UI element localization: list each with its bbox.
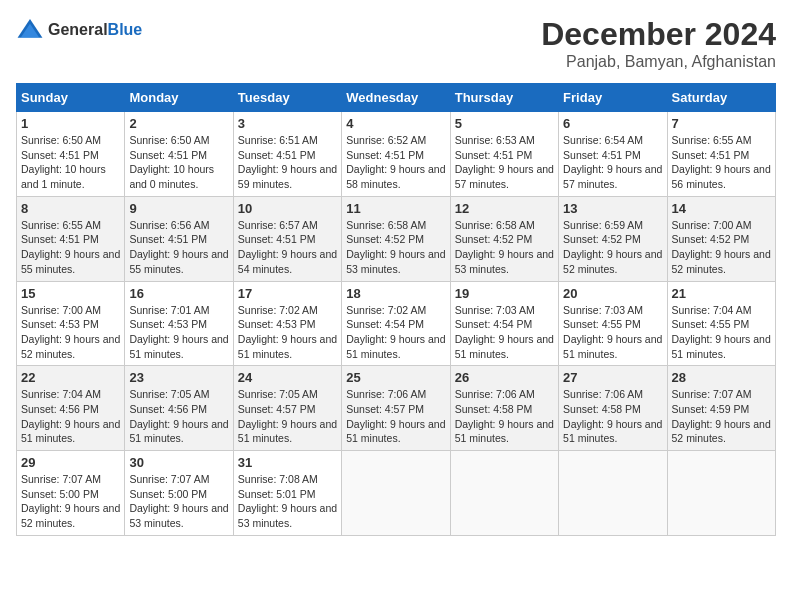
calendar-cell: 30Sunrise: 7:07 AMSunset: 5:00 PMDayligh…	[125, 451, 233, 536]
calendar-cell: 18Sunrise: 7:02 AMSunset: 4:54 PMDayligh…	[342, 281, 450, 366]
day-number: 31	[238, 455, 337, 470]
calendar-week-row: 1Sunrise: 6:50 AMSunset: 4:51 PMDaylight…	[17, 112, 776, 197]
day-info: Sunrise: 6:58 AMSunset: 4:52 PMDaylight:…	[346, 218, 445, 277]
calendar-cell: 12Sunrise: 6:58 AMSunset: 4:52 PMDayligh…	[450, 196, 558, 281]
day-number: 27	[563, 370, 662, 385]
calendar-cell: 5Sunrise: 6:53 AMSunset: 4:51 PMDaylight…	[450, 112, 558, 197]
day-number: 9	[129, 201, 228, 216]
col-header-sunday: Sunday	[17, 84, 125, 112]
day-info: Sunrise: 7:02 AMSunset: 4:54 PMDaylight:…	[346, 303, 445, 362]
calendar-cell: 24Sunrise: 7:05 AMSunset: 4:57 PMDayligh…	[233, 366, 341, 451]
day-info: Sunrise: 7:00 AMSunset: 4:53 PMDaylight:…	[21, 303, 120, 362]
logo: GeneralBlue	[16, 16, 142, 44]
calendar-cell: 27Sunrise: 7:06 AMSunset: 4:58 PMDayligh…	[559, 366, 667, 451]
calendar-cell: 4Sunrise: 6:52 AMSunset: 4:51 PMDaylight…	[342, 112, 450, 197]
col-header-thursday: Thursday	[450, 84, 558, 112]
day-number: 11	[346, 201, 445, 216]
calendar-cell: 28Sunrise: 7:07 AMSunset: 4:59 PMDayligh…	[667, 366, 775, 451]
calendar-week-row: 22Sunrise: 7:04 AMSunset: 4:56 PMDayligh…	[17, 366, 776, 451]
day-number: 21	[672, 286, 771, 301]
calendar-cell: 31Sunrise: 7:08 AMSunset: 5:01 PMDayligh…	[233, 451, 341, 536]
calendar-week-row: 29Sunrise: 7:07 AMSunset: 5:00 PMDayligh…	[17, 451, 776, 536]
calendar-header-row: SundayMondayTuesdayWednesdayThursdayFrid…	[17, 84, 776, 112]
day-number: 5	[455, 116, 554, 131]
day-number: 2	[129, 116, 228, 131]
calendar-cell: 29Sunrise: 7:07 AMSunset: 5:00 PMDayligh…	[17, 451, 125, 536]
day-number: 10	[238, 201, 337, 216]
day-info: Sunrise: 6:50 AMSunset: 4:51 PMDaylight:…	[129, 133, 228, 192]
day-info: Sunrise: 7:04 AMSunset: 4:56 PMDaylight:…	[21, 387, 120, 446]
day-info: Sunrise: 7:02 AMSunset: 4:53 PMDaylight:…	[238, 303, 337, 362]
calendar-cell: 9Sunrise: 6:56 AMSunset: 4:51 PMDaylight…	[125, 196, 233, 281]
calendar-cell: 26Sunrise: 7:06 AMSunset: 4:58 PMDayligh…	[450, 366, 558, 451]
day-number: 14	[672, 201, 771, 216]
calendar-cell: 7Sunrise: 6:55 AMSunset: 4:51 PMDaylight…	[667, 112, 775, 197]
calendar-cell: 1Sunrise: 6:50 AMSunset: 4:51 PMDaylight…	[17, 112, 125, 197]
calendar-cell: 22Sunrise: 7:04 AMSunset: 4:56 PMDayligh…	[17, 366, 125, 451]
calendar-cell: 21Sunrise: 7:04 AMSunset: 4:55 PMDayligh…	[667, 281, 775, 366]
day-number: 26	[455, 370, 554, 385]
day-number: 1	[21, 116, 120, 131]
day-info: Sunrise: 7:05 AMSunset: 4:57 PMDaylight:…	[238, 387, 337, 446]
day-number: 19	[455, 286, 554, 301]
day-number: 30	[129, 455, 228, 470]
day-info: Sunrise: 6:53 AMSunset: 4:51 PMDaylight:…	[455, 133, 554, 192]
day-info: Sunrise: 6:50 AMSunset: 4:51 PMDaylight:…	[21, 133, 120, 192]
day-info: Sunrise: 6:56 AMSunset: 4:51 PMDaylight:…	[129, 218, 228, 277]
day-number: 17	[238, 286, 337, 301]
day-number: 25	[346, 370, 445, 385]
day-info: Sunrise: 7:07 AMSunset: 4:59 PMDaylight:…	[672, 387, 771, 446]
day-info: Sunrise: 7:07 AMSunset: 5:00 PMDaylight:…	[129, 472, 228, 531]
title-section: December 2024 Panjab, Bamyan, Afghanista…	[541, 16, 776, 71]
day-info: Sunrise: 7:01 AMSunset: 4:53 PMDaylight:…	[129, 303, 228, 362]
day-info: Sunrise: 6:58 AMSunset: 4:52 PMDaylight:…	[455, 218, 554, 277]
day-info: Sunrise: 6:51 AMSunset: 4:51 PMDaylight:…	[238, 133, 337, 192]
day-number: 6	[563, 116, 662, 131]
day-number: 12	[455, 201, 554, 216]
day-number: 22	[21, 370, 120, 385]
page-header: GeneralBlue December 2024 Panjab, Bamyan…	[16, 16, 776, 71]
day-info: Sunrise: 6:57 AMSunset: 4:51 PMDaylight:…	[238, 218, 337, 277]
calendar-cell	[667, 451, 775, 536]
col-header-tuesday: Tuesday	[233, 84, 341, 112]
calendar-cell	[342, 451, 450, 536]
day-number: 20	[563, 286, 662, 301]
calendar-cell: 20Sunrise: 7:03 AMSunset: 4:55 PMDayligh…	[559, 281, 667, 366]
calendar-cell: 14Sunrise: 7:00 AMSunset: 4:52 PMDayligh…	[667, 196, 775, 281]
day-info: Sunrise: 7:06 AMSunset: 4:57 PMDaylight:…	[346, 387, 445, 446]
day-number: 4	[346, 116, 445, 131]
col-header-wednesday: Wednesday	[342, 84, 450, 112]
day-info: Sunrise: 7:07 AMSunset: 5:00 PMDaylight:…	[21, 472, 120, 531]
day-number: 29	[21, 455, 120, 470]
day-info: Sunrise: 7:03 AMSunset: 4:54 PMDaylight:…	[455, 303, 554, 362]
day-info: Sunrise: 7:06 AMSunset: 4:58 PMDaylight:…	[563, 387, 662, 446]
calendar-cell: 15Sunrise: 7:00 AMSunset: 4:53 PMDayligh…	[17, 281, 125, 366]
day-info: Sunrise: 7:04 AMSunset: 4:55 PMDaylight:…	[672, 303, 771, 362]
day-number: 23	[129, 370, 228, 385]
day-info: Sunrise: 7:03 AMSunset: 4:55 PMDaylight:…	[563, 303, 662, 362]
day-number: 7	[672, 116, 771, 131]
calendar-body: 1Sunrise: 6:50 AMSunset: 4:51 PMDaylight…	[17, 112, 776, 536]
day-info: Sunrise: 6:55 AMSunset: 4:51 PMDaylight:…	[21, 218, 120, 277]
calendar-week-row: 8Sunrise: 6:55 AMSunset: 4:51 PMDaylight…	[17, 196, 776, 281]
calendar-cell: 19Sunrise: 7:03 AMSunset: 4:54 PMDayligh…	[450, 281, 558, 366]
day-number: 16	[129, 286, 228, 301]
logo-icon	[16, 16, 44, 44]
calendar-cell: 13Sunrise: 6:59 AMSunset: 4:52 PMDayligh…	[559, 196, 667, 281]
day-number: 3	[238, 116, 337, 131]
day-number: 28	[672, 370, 771, 385]
calendar-cell: 2Sunrise: 6:50 AMSunset: 4:51 PMDaylight…	[125, 112, 233, 197]
calendar-cell: 10Sunrise: 6:57 AMSunset: 4:51 PMDayligh…	[233, 196, 341, 281]
day-info: Sunrise: 7:05 AMSunset: 4:56 PMDaylight:…	[129, 387, 228, 446]
calendar-cell	[559, 451, 667, 536]
logo-general: GeneralBlue	[48, 21, 142, 39]
col-header-saturday: Saturday	[667, 84, 775, 112]
day-info: Sunrise: 6:55 AMSunset: 4:51 PMDaylight:…	[672, 133, 771, 192]
day-info: Sunrise: 6:54 AMSunset: 4:51 PMDaylight:…	[563, 133, 662, 192]
calendar-week-row: 15Sunrise: 7:00 AMSunset: 4:53 PMDayligh…	[17, 281, 776, 366]
day-number: 13	[563, 201, 662, 216]
day-info: Sunrise: 7:00 AMSunset: 4:52 PMDaylight:…	[672, 218, 771, 277]
calendar-cell	[450, 451, 558, 536]
day-number: 15	[21, 286, 120, 301]
calendar-cell: 8Sunrise: 6:55 AMSunset: 4:51 PMDaylight…	[17, 196, 125, 281]
